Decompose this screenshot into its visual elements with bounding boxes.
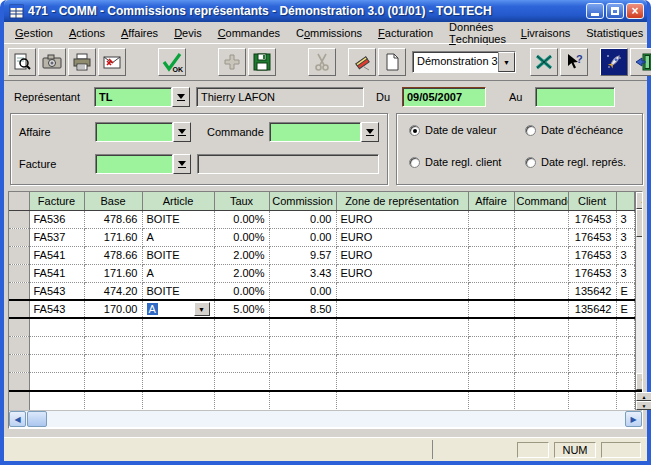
cell[interactable]: 3 [616,246,634,264]
cell[interactable]: E [616,300,634,318]
cell[interactable] [616,354,634,372]
row-selector[interactable] [9,210,29,228]
column-header-commission[interactable]: Commission [269,192,336,210]
cell[interactable] [468,318,514,336]
cell[interactable] [29,336,84,354]
minimize-button[interactable] [586,3,604,19]
cell[interactable] [84,336,142,354]
exit-button[interactable] [630,48,651,76]
column-header-client[interactable]: Client [568,192,616,210]
cell[interactable] [84,392,142,410]
cell[interactable] [468,228,514,246]
cell[interactable]: 478.66 [84,210,142,228]
cell[interactable]: FA541 [29,246,84,264]
menu-livraisons[interactable]: Livraisons [513,24,579,42]
cell[interactable] [336,392,468,410]
du-date-input[interactable]: 09/05/2007 [402,87,486,107]
cell[interactable]: 8.50 [269,300,336,318]
launch-button[interactable] [600,48,628,76]
cell[interactable]: EURO [336,210,468,228]
radio-date-regl-repres[interactable]: Date regl. représ. [525,156,626,168]
menu-affaires[interactable]: Affaires [113,24,166,42]
cut-button[interactable] [308,48,336,76]
cell-dropdown-button[interactable]: ▼ [194,302,210,316]
vertical-scroll-thumb[interactable] [636,209,643,237]
facture-input[interactable] [95,154,173,174]
cell[interactable] [616,318,634,336]
cell[interactable] [214,336,269,354]
cell[interactable] [214,392,269,410]
cell[interactable]: FA536 [29,210,84,228]
cell[interactable] [269,318,336,336]
spin-down-button[interactable]: ▼ [636,401,651,410]
scroll-left-button[interactable]: ◀ [9,411,26,427]
menu-commissions[interactable]: Commissions [288,24,370,42]
add-button[interactable] [218,48,246,76]
excel-export-button[interactable] [530,48,558,76]
cell[interactable]: A [142,264,214,282]
column-header-blank[interactable] [616,192,634,210]
cell[interactable]: 176453 [568,228,616,246]
cell[interactable] [29,354,84,372]
row-spinner[interactable]: ▲ ▼ [635,392,651,410]
cell[interactable] [142,372,214,390]
radio-date-echeance[interactable]: Date d'échéance [525,124,623,136]
column-header-taux[interactable]: Taux [214,192,269,210]
cell[interactable] [336,318,468,336]
row-selector[interactable] [9,372,29,390]
cell[interactable] [568,336,616,354]
row-selector[interactable] [9,336,29,354]
menu-devis[interactable]: Devis [166,24,210,42]
maximize-button[interactable] [606,3,624,19]
column-header-commande[interactable]: Commande [514,192,568,210]
cell[interactable] [84,318,142,336]
vertical-scrollbar[interactable]: ▲ ▼ [635,192,643,390]
cell[interactable] [514,336,568,354]
row-selector[interactable] [9,282,29,300]
affaire-dropdown[interactable] [173,122,191,142]
scroll-up-button[interactable]: ▲ [636,192,643,209]
cell[interactable] [568,354,616,372]
cell[interactable]: 171.60 [84,264,142,282]
cell[interactable] [514,318,568,336]
cell[interactable]: 171.60 [84,228,142,246]
cell[interactable]: 3.43 [269,264,336,282]
cell[interactable] [514,210,568,228]
cell[interactable]: EURO [336,264,468,282]
cell[interactable]: 135642 [568,282,616,300]
cell[interactable] [468,392,514,410]
cell[interactable] [468,246,514,264]
radio-date-regl-client[interactable]: Date regl. client [409,156,501,168]
row-selector[interactable] [9,228,29,246]
mail-button[interactable] [98,48,126,76]
cell[interactable] [29,372,84,390]
scroll-right-button[interactable]: ▶ [625,411,642,427]
cell[interactable] [336,372,468,390]
cell[interactable] [336,282,468,300]
cell[interactable]: 135642 [568,300,616,318]
row-selector[interactable] [9,354,29,372]
cell[interactable]: E [616,282,634,300]
horizontal-scrollbar[interactable]: ◀ ▶ [9,410,642,427]
cell[interactable]: A [142,228,214,246]
cell[interactable] [514,354,568,372]
cell[interactable] [142,318,214,336]
cell[interactable]: BOITE [142,282,214,300]
row-selector[interactable] [9,264,29,282]
cell[interactable] [142,354,214,372]
cell[interactable] [568,372,616,390]
cell[interactable] [142,392,214,410]
affaire-input[interactable] [95,122,173,142]
cell[interactable] [468,282,514,300]
cell[interactable]: 176453 [568,246,616,264]
cell[interactable]: 3 [616,210,634,228]
cell[interactable] [336,354,468,372]
cell[interactable] [514,282,568,300]
cell[interactable] [616,372,634,390]
cell[interactable] [214,372,269,390]
cell[interactable]: 0.00 [269,210,336,228]
menu-actions[interactable]: Actions [61,24,113,42]
cell[interactable] [514,228,568,246]
cell[interactable] [142,336,214,354]
cell[interactable] [514,300,568,318]
